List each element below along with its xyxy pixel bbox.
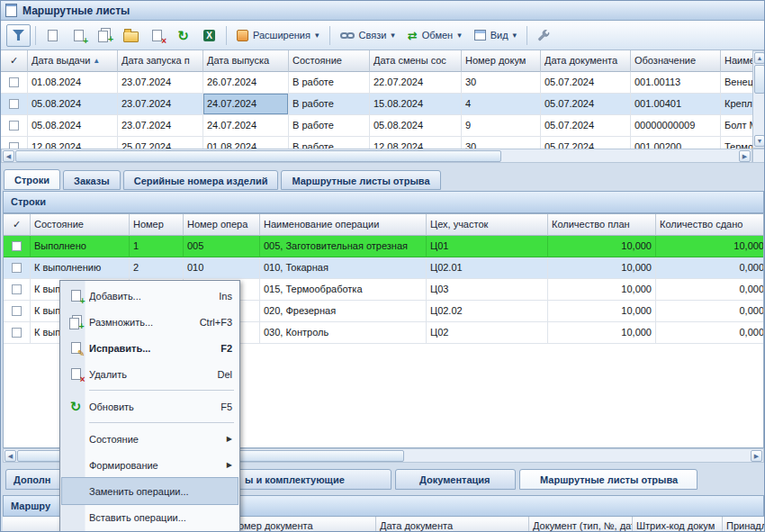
cell[interactable]: Ц02.02 (427, 301, 548, 322)
delete-button[interactable]: × (145, 24, 169, 47)
cell[interactable]: 24.07.2024 (203, 115, 289, 137)
checkbox[interactable] (9, 142, 19, 149)
tab-4[interactable]: Маршрутные листы отрыва (281, 170, 440, 190)
cell[interactable]: 05.07.2024 (541, 137, 631, 149)
column-header[interactable]: Обозначение (631, 50, 721, 72)
column-header[interactable]: Номер (130, 214, 184, 236)
cell[interactable]: Ц03 (427, 279, 548, 301)
cell[interactable]: 030, Контроль (260, 322, 427, 344)
column-header[interactable]: Количество план (548, 214, 656, 236)
cell[interactable]: К выполнению (31, 257, 130, 279)
menu-item-1[interactable]: +Добавить...Ins (62, 283, 238, 309)
cell[interactable]: Венец ч (721, 72, 752, 94)
column-header[interactable]: Дата смены сос (370, 50, 462, 72)
row-checkbox-cell[interactable] (1, 94, 28, 115)
menu-item-3[interactable]: ✎Исправить...F2 (62, 335, 238, 361)
column-header[interactable]: Штрих-код докум (633, 517, 723, 532)
cell[interactable]: 0,000 (656, 301, 764, 322)
cell[interactable]: 10,000 (548, 322, 656, 344)
cell[interactable]: 10,000 (656, 236, 764, 257)
excel-button[interactable]: X (197, 24, 221, 47)
settings-button[interactable] (532, 24, 556, 47)
scroll-thumb[interactable] (15, 150, 501, 162)
row-checkbox-cell[interactable] (4, 322, 31, 344)
cell[interactable]: Термост (721, 137, 752, 149)
column-header[interactable]: Цех, участок (427, 214, 548, 236)
vertical-scrollbar[interactable]: ▲ ▼ (752, 50, 765, 149)
cell[interactable]: 4 (462, 94, 541, 115)
tab-1[interactable]: Строки (4, 169, 60, 190)
cell[interactable]: 12.08.2024 (28, 137, 118, 149)
cell[interactable]: 00000000009 (631, 115, 721, 137)
column-header[interactable]: Состояние (289, 50, 370, 72)
scroll-right-button[interactable]: ▶ (739, 150, 751, 162)
new-button[interactable] (40, 24, 65, 47)
checkbox[interactable] (12, 263, 22, 273)
cell[interactable]: В работе (289, 115, 370, 137)
open-button[interactable] (119, 24, 143, 47)
cell[interactable]: 30 (462, 137, 541, 149)
row-checkbox-cell[interactable] (4, 236, 31, 257)
scroll-thumb[interactable] (754, 65, 765, 94)
cell[interactable]: Крепле (721, 94, 752, 115)
scroll-left-button[interactable]: ◀ (3, 150, 14, 162)
cell[interactable]: Ц02 (427, 322, 548, 344)
cell[interactable]: 01.08.2024 (203, 137, 289, 149)
checkbox[interactable] (9, 99, 19, 109)
cell[interactable]: 1 (130, 236, 184, 257)
cell[interactable]: Ц02.01 (427, 257, 548, 279)
menu-item-9[interactable]: Формирование▶ (62, 452, 238, 478)
cell[interactable]: 26.07.2024 (203, 72, 289, 94)
column-header[interactable]: Дата запуска п (118, 50, 203, 72)
row-checkbox-cell[interactable] (4, 257, 31, 279)
cell[interactable]: В работе (289, 72, 370, 94)
cell[interactable]: 05.08.2024 (28, 94, 118, 115)
cell[interactable]: 05.07.2024 (541, 72, 631, 94)
tab-2[interactable]: Заказы (63, 170, 121, 190)
cell[interactable]: 15.08.2024 (370, 94, 462, 115)
dropdown-button-3[interactable]: ⇄Обмен▾ (401, 24, 468, 47)
column-header[interactable]: ✓ (4, 214, 31, 236)
dropdown-button-1[interactable]: Расширения▾ (230, 24, 326, 47)
column-header[interactable]: Дата выдачи▲ (28, 50, 118, 72)
cell[interactable]: 23.07.2024 (118, 115, 203, 137)
bottom-tab-4[interactable]: Маршрутные листы отрыва (519, 469, 698, 490)
dropdown-button-4[interactable]: Вид▾ (468, 24, 523, 47)
cell[interactable]: 05.08.2024 (370, 115, 462, 137)
cell[interactable]: 9 (462, 115, 541, 137)
duplicate-button[interactable]: + (93, 24, 117, 47)
column-header[interactable]: Дата документа (376, 517, 529, 532)
cell[interactable]: 001.00113 (631, 72, 721, 94)
checkbox[interactable] (12, 284, 22, 294)
cell[interactable]: Болт М (721, 115, 752, 137)
cell[interactable]: 24.07.2024 (203, 94, 289, 115)
menu-item-2[interactable]: +Размножить...Ctrl+F3 (62, 309, 238, 335)
checkbox[interactable] (12, 306, 22, 316)
cell[interactable]: 0,000 (656, 257, 764, 279)
column-header[interactable]: Наимен (721, 50, 752, 72)
cell[interactable]: 010, Токарная (260, 257, 427, 279)
cell[interactable]: 001.00401 (631, 94, 721, 115)
checkbox[interactable] (12, 328, 22, 338)
cell[interactable]: 05.08.2024 (28, 115, 118, 137)
column-header[interactable]: Количество сдано (656, 214, 764, 236)
cell[interactable]: 12.08.2024 (370, 137, 462, 149)
row-checkbox-cell[interactable] (1, 115, 28, 137)
checkbox[interactable] (9, 77, 19, 87)
dropdown-button-2[interactable]: Связи▾ (334, 24, 401, 47)
menu-item-4[interactable]: ×УдалитьDel (62, 361, 238, 387)
scroll-down-button[interactable]: ▼ (754, 135, 765, 147)
table-row[interactable]: 05.08.202423.07.202424.07.2024В работе15… (1, 94, 752, 115)
checkbox[interactable] (12, 241, 22, 251)
horizontal-scrollbar[interactable]: ◀ ▶ (1, 149, 752, 163)
cell[interactable]: 005 (184, 236, 260, 257)
column-header[interactable]: Принадлежн (723, 517, 764, 532)
scroll-up-button[interactable]: ▲ (754, 52, 765, 64)
menu-item-10[interactable]: Заменить операции... (62, 478, 238, 504)
table-row[interactable]: 12.08.202425.07.202401.08.2024В работе12… (1, 137, 752, 149)
cell[interactable]: 10,000 (548, 257, 656, 279)
row-checkbox-cell[interactable] (1, 137, 28, 149)
cell[interactable]: 05.07.2024 (541, 94, 631, 115)
cell[interactable]: В работе (289, 137, 370, 149)
add-button[interactable]: + (67, 24, 91, 47)
